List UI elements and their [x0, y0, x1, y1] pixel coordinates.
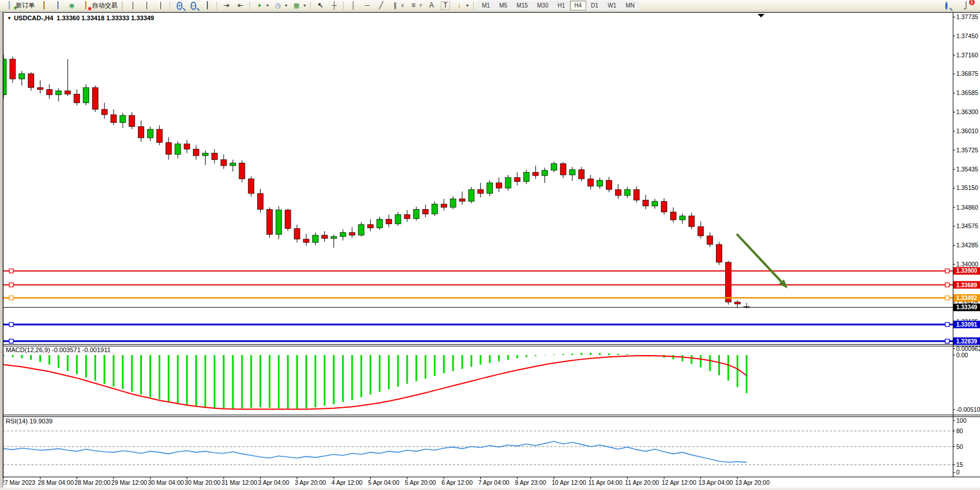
horizontal-line-button[interactable]: ─	[360, 1, 374, 11]
svg-text:3 Apr 04:00: 3 Apr 04:00	[258, 479, 290, 486]
zoom-out-button[interactable]: −	[187, 1, 200, 11]
time-axis: 27 Mar 202328 Mar 04:0028 Mar 20:0029 Ma…	[1, 477, 770, 487]
rsi-indicator-label: RSI(14) 19.9039	[6, 418, 53, 425]
horizontal-line-icon: ─	[363, 1, 372, 10]
svg-text:5 Apr 04:00: 5 Apr 04:00	[368, 479, 400, 486]
separator	[310, 2, 311, 10]
macd-indicator-label: MACD(12,26,9) -0.003571 -0.001911	[6, 346, 111, 353]
svg-text:10 Apr 12:00: 10 Apr 12:00	[551, 479, 586, 486]
svg-text:1.37160: 1.37160	[956, 52, 978, 58]
rsi-level-lines	[3, 431, 953, 465]
svg-text:12 Apr 12:00: 12 Apr 12:00	[661, 479, 696, 486]
separator	[343, 2, 344, 10]
hline-1.33492[interactable]	[3, 296, 953, 300]
svg-text:1.36585: 1.36585	[956, 89, 978, 96]
svg-text:1.36875: 1.36875	[956, 70, 978, 77]
market-button[interactable]	[37, 1, 51, 11]
timeframe-m5[interactable]: M5	[495, 1, 512, 10]
svg-text:9 Apr 23:00: 9 Apr 23:00	[515, 479, 546, 486]
chart-menu-icon[interactable]: ▼	[7, 16, 12, 21]
signals-button[interactable]: ◉	[65, 1, 79, 11]
fibonacci-button[interactable]: ≡F	[407, 1, 425, 11]
timeframe-m15[interactable]: M15	[512, 1, 532, 10]
status-strip	[0, 488, 980, 490]
chart-shift-marker[interactable]	[758, 14, 765, 17]
chart-canvas[interactable]: 1.377351.374501.371601.368751.365851.363…	[0, 0, 980, 490]
text-label-icon: T	[441, 1, 450, 10]
timeframe-h1[interactable]: H1	[553, 1, 570, 10]
svg-text:100: 100	[956, 417, 967, 424]
vertical-line-button[interactable]: │	[346, 1, 360, 11]
chart-shift-button[interactable]: ⇤	[233, 1, 247, 11]
notification-badge: 1	[968, 0, 975, 6]
svg-text:1.34575: 1.34575	[956, 222, 978, 229]
svg-text:1.33492: 1.33492	[956, 295, 978, 301]
ohlc-values: 1.33360 1.33418 1.33333 1.33349	[57, 14, 154, 21]
search-button[interactable]	[939, 1, 953, 11]
svg-text:29 Mar 12:00: 29 Mar 12:00	[111, 479, 147, 486]
channel-button[interactable]: ∥E	[388, 1, 407, 11]
autotrading-icon	[85, 1, 86, 9]
zoom-in-button[interactable]: +	[173, 1, 187, 11]
svg-text:1.34000: 1.34000	[956, 261, 978, 268]
timeframe-mn[interactable]: MN	[621, 1, 639, 10]
zoom-in-icon: +	[177, 2, 182, 10]
templates-button[interactable]: ▦▾	[290, 1, 308, 11]
chat-icon	[966, 1, 967, 9]
text-icon: A	[427, 1, 436, 10]
svg-text:1.37735: 1.37735	[956, 13, 978, 20]
text-label-button[interactable]: T	[438, 1, 452, 11]
pane-borders	[3, 12, 980, 477]
timeframe-h4[interactable]: H4	[570, 1, 587, 10]
line-chart-button[interactable]	[153, 1, 167, 11]
auto-scroll-button[interactable]: ⇥	[220, 1, 233, 11]
hline-1.33900[interactable]	[3, 269, 953, 273]
candlestick-chart-button[interactable]	[140, 1, 153, 11]
notifications-button[interactable]: 1	[959, 1, 973, 11]
crosshair-button[interactable]: ┼	[327, 1, 341, 11]
price-line-labels: 1.339001.336891.334921.333491.330911.328…	[953, 267, 980, 345]
hline-1.33689[interactable]	[3, 283, 953, 287]
tile-windows-button[interactable]	[200, 1, 214, 11]
macd-axis: 0.0009620.00-0.005107	[953, 345, 980, 413]
macd-histogram	[3, 353, 747, 409]
svg-text:50: 50	[956, 443, 963, 450]
template-icon: ▦	[292, 1, 301, 10]
rsi-line	[3, 441, 747, 462]
chevron-down-icon: ▾	[466, 3, 469, 8]
candlestick-chart-icon	[147, 2, 147, 9]
chart-title: ▼USDCAD-,H41.33360 1.33418 1.33333 1.333…	[7, 14, 154, 21]
channel-icon: ∥	[390, 1, 400, 10]
market-icon	[43, 1, 45, 9]
timeframe-w1[interactable]: W1	[603, 1, 621, 10]
svg-text:30 Mar 04:00: 30 Mar 04:00	[148, 479, 184, 486]
periods-button[interactable]: ◷▾	[271, 1, 290, 11]
separator	[170, 2, 170, 10]
svg-text:15: 15	[956, 461, 963, 468]
timeframe-m30[interactable]: M30	[532, 1, 553, 10]
hline-1.33091[interactable]	[3, 323, 953, 327]
trendline-button[interactable]: ╱	[374, 1, 388, 11]
trendline-icon: ╱	[376, 1, 386, 10]
toolbar-grip	[122, 2, 124, 10]
hline-1.32839[interactable]	[3, 339, 953, 343]
bar-chart-button[interactable]	[126, 1, 140, 11]
cursor-button[interactable]: ↖	[313, 1, 327, 11]
timeframe-m1[interactable]: M1	[477, 1, 495, 10]
community-button[interactable]	[51, 1, 65, 11]
autotrading-button[interactable]: 自动交易	[79, 1, 120, 11]
cursor-icon: ↖	[316, 1, 325, 10]
svg-text:1.34860: 1.34860	[956, 204, 978, 211]
timeframe-d1[interactable]: D1	[586, 1, 603, 10]
channel-letter: E	[401, 3, 404, 8]
line-chart-icon	[160, 2, 161, 9]
arrows-button[interactable]: ↕▾	[452, 1, 471, 11]
svg-text:4 Apr 12:00: 4 Apr 12:00	[331, 479, 363, 486]
svg-text:5 Apr 20:00: 5 Apr 20:00	[405, 479, 436, 486]
text-button[interactable]: A	[425, 1, 438, 11]
trend-arrow[interactable]	[737, 234, 788, 288]
chevron-down-icon: ▾	[266, 3, 269, 8]
indicators-button[interactable]: +▾	[253, 1, 271, 11]
svg-text:1.33091: 1.33091	[956, 321, 978, 328]
new-order-button[interactable]: 新订单	[2, 1, 37, 11]
